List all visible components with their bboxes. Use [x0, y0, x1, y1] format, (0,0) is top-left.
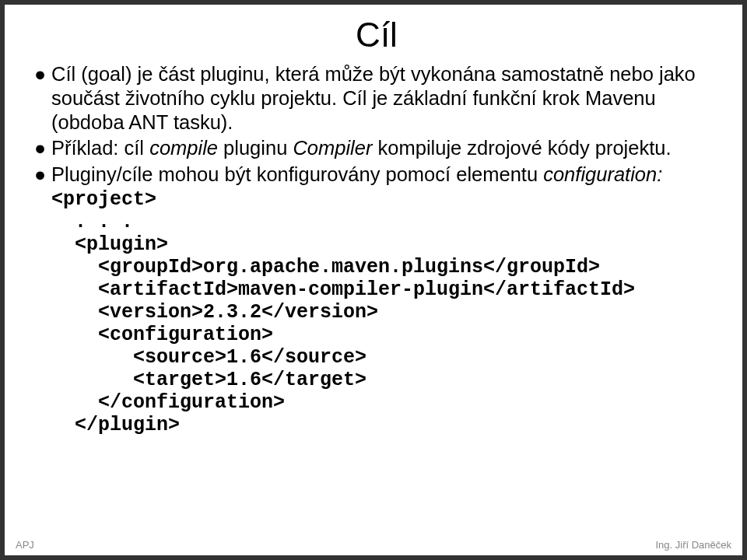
- slide-body: ● Cíl (goal) je část pluginu, která může…: [34, 62, 719, 436]
- bullet-item: ● Příklad: cíl compile pluginu Compiler …: [34, 136, 719, 160]
- bullet-text: Cíl (goal) je část pluginu, která může b…: [51, 62, 719, 135]
- bullet-dot-icon: ●: [34, 62, 51, 135]
- slide-title: Cíl: [34, 16, 719, 54]
- footer-left: APJ: [16, 539, 34, 551]
- footer: APJ Ing. Jiří Daněček: [16, 539, 731, 551]
- slide: Cíl ● Cíl (goal) je část pluginu, která …: [0, 0, 747, 560]
- bullet-item: ● Cíl (goal) je část pluginu, která může…: [34, 62, 719, 135]
- bullet-item: ● Pluginy/cíle mohou být konfigurovány p…: [34, 163, 719, 187]
- code-block: <project> . . . <plugin> <groupId>org.ap…: [51, 188, 719, 436]
- footer-right: Ing. Jiří Daněček: [655, 539, 731, 551]
- bullet-text: Příklad: cíl compile pluginu Compiler ko…: [51, 136, 719, 160]
- bullet-dot-icon: ●: [34, 163, 51, 187]
- bullet-text: Pluginy/cíle mohou být konfigurovány pom…: [51, 163, 719, 187]
- bullet-dot-icon: ●: [34, 136, 51, 160]
